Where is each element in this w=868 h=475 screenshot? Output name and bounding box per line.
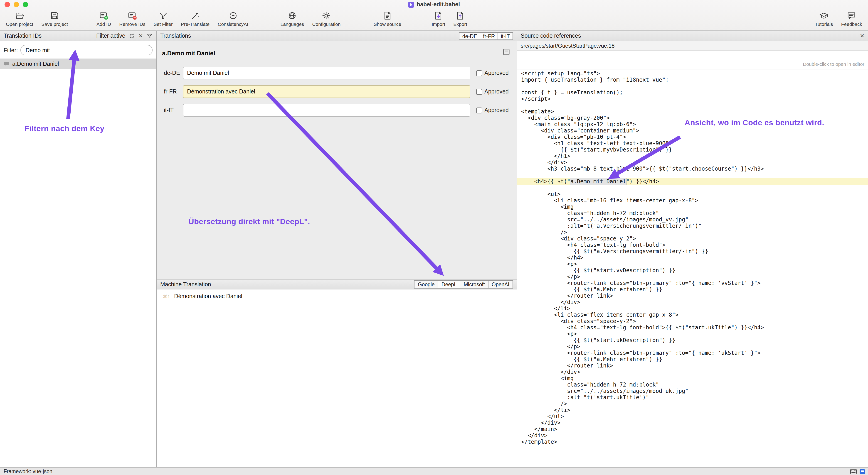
translation-id-label: a.Demo mit Daniel xyxy=(12,61,59,67)
pre-translate-button[interactable]: Pre-Translate xyxy=(177,10,213,27)
translation-ids-header: Translation IDs Filter active ✕ xyxy=(0,31,156,41)
languages-icon xyxy=(287,10,297,21)
toolbar: Open project Save project Add ID Remove … xyxy=(0,9,868,31)
tutorials-button[interactable]: Tutorials xyxy=(811,10,837,27)
code-line: </ul> xyxy=(517,413,868,420)
code-line: <div class="pb-10 pt-4"> xyxy=(517,134,868,140)
translations-title: Translations xyxy=(160,33,191,39)
code-line: </div> xyxy=(517,159,868,166)
code-line: <p> xyxy=(517,261,868,267)
translation-input-it[interactable] xyxy=(183,104,470,116)
machine-translation-tabs: Google DeepL Microsoft OpenAI xyxy=(415,280,513,289)
feedback-icon xyxy=(847,10,857,21)
tutorials-icon xyxy=(819,10,829,21)
code-line: <li class="mb-16 flex items-center gap-x… xyxy=(517,197,868,204)
code-line: </h1> xyxy=(517,153,868,159)
code-line: {{ $t("a.Versicherungsvermittler/-in") }… xyxy=(517,248,868,255)
lang-label-fr: fr-FR xyxy=(164,89,183,95)
source-reference-row[interactable]: src/pages/start/GuestStartPage.vue:18 xyxy=(517,41,868,51)
display-icon[interactable] xyxy=(859,469,865,474)
tab-de-DE[interactable]: de-DE xyxy=(459,32,480,40)
set-filter-icon xyxy=(158,10,168,21)
configuration-button[interactable]: Configuration xyxy=(308,10,344,27)
code-line: <div class="space-y-2"> xyxy=(517,235,868,242)
clear-filter-icon[interactable]: ✕ xyxy=(138,33,143,39)
machine-translation-title: Machine Translation xyxy=(160,281,211,287)
languages-button[interactable]: Languages xyxy=(277,10,308,27)
translation-row-de: de-DE Approved xyxy=(157,67,517,79)
tab-deepl[interactable]: DeepL xyxy=(438,280,461,289)
code-line: <p> xyxy=(517,331,868,337)
code-line: class="hidden h-72 md:block" xyxy=(517,381,868,388)
translation-input-de[interactable] xyxy=(183,67,470,79)
tab-openai[interactable]: OpenAI xyxy=(488,280,513,289)
titlebar: b babel-edit.babel xyxy=(0,0,868,9)
consistency-ai-button[interactable]: ConsistencyAI xyxy=(214,10,252,27)
machine-translation-suggestion[interactable]: ⌘1 Démonstration avec Daniel xyxy=(157,290,517,299)
tab-microsoft[interactable]: Microsoft xyxy=(460,280,489,289)
translation-row-it: it-IT Approved xyxy=(157,104,517,116)
filter-input[interactable] xyxy=(21,45,153,55)
deepl-annotation-note: Übersetzung direkt mit "DeepL". xyxy=(188,217,310,226)
export-icon xyxy=(456,10,465,21)
translation-ids-panel: Translation IDs Filter active ✕ Filter: … xyxy=(0,31,157,467)
set-filter-button[interactable]: Set Filter xyxy=(150,10,176,27)
code-line: src="../../assets/images/mood_vv.jpg" xyxy=(517,216,868,223)
code-line: /> xyxy=(517,229,868,235)
code-line: <div class="container-medium"> xyxy=(517,128,868,134)
entry-title: a.Demo mit Daniel xyxy=(162,50,517,57)
code-line: {{ $t("a.Mehr erfahren") }} xyxy=(517,356,868,363)
code-line: </div> xyxy=(517,299,868,305)
tab-it-IT[interactable]: it-IT xyxy=(498,32,513,40)
code-line: <h1 class="text-left text-blue-900"> xyxy=(517,140,868,146)
close-panel-icon[interactable]: ✕ xyxy=(860,33,864,39)
translation-ids-title: Translation IDs xyxy=(4,33,41,39)
source-code-title: Source code references xyxy=(521,33,581,39)
filter-label: Filter: xyxy=(4,47,18,53)
tab-fr-FR[interactable]: fr-FR xyxy=(480,32,498,40)
keyboard-icon[interactable] xyxy=(850,469,857,474)
approved-label-fr: Approved xyxy=(485,89,509,95)
import-button[interactable]: Import xyxy=(428,10,449,27)
filter-funnel-icon[interactable] xyxy=(147,33,153,39)
source-code-panel: Source code references ✕ src/pages/start… xyxy=(517,31,868,467)
approved-checkbox-fr[interactable] xyxy=(476,89,482,95)
code-line: {{ $t("start.myvbvDescription") }} xyxy=(517,146,868,153)
tab-google[interactable]: Google xyxy=(414,280,438,289)
remove-ids-button[interactable]: Remove IDs xyxy=(116,10,149,27)
code-line: </li> xyxy=(517,407,868,413)
code-line: </p> xyxy=(517,274,868,280)
code-line: <router-link class="btn-primary" :to="{ … xyxy=(517,280,868,286)
save-project-icon xyxy=(50,10,59,21)
translation-input-fr[interactable] xyxy=(183,85,470,98)
add-id-button[interactable]: Add ID xyxy=(93,10,115,27)
approved-label-it: Approved xyxy=(485,107,509,113)
code-line: <template> xyxy=(517,108,868,115)
code-line: {{ $t("a.Mehr erfahren") }} xyxy=(517,286,868,293)
code-line: </h4> xyxy=(517,255,868,261)
code-line: <li class="flex items-center gap-x-8"> xyxy=(517,312,868,318)
code-line: <script setup lang="ts"> xyxy=(517,70,868,77)
shortcut-badge: ⌘1 xyxy=(163,294,170,299)
code-line: {{ $t("start.ukDescription") }} xyxy=(517,337,868,343)
open-project-button[interactable]: Open project xyxy=(2,10,37,27)
approved-checkbox-it[interactable] xyxy=(476,107,482,113)
code-line: <h4 class="text-lg font-bold"> xyxy=(517,242,868,248)
code-line: </div> xyxy=(517,432,868,439)
highlighted-translation-key: a.Demo mit Daniel xyxy=(570,178,626,184)
approved-checkbox-de[interactable] xyxy=(476,70,482,76)
code-line: </div> xyxy=(517,369,868,375)
status-bar: Framework: vue-json xyxy=(0,467,868,475)
show-source-button[interactable]: Show source xyxy=(370,10,405,27)
translation-id-list-item[interactable]: a.Demo mit Daniel xyxy=(0,59,156,69)
machine-translation-header: Machine Translation Google DeepL Microso… xyxy=(157,280,517,290)
code-line: :alt="t('a.Versicherungsvermittler/-in')… xyxy=(517,223,868,229)
feedback-button[interactable]: Feedback xyxy=(838,10,866,27)
entry-comment-icon[interactable] xyxy=(502,48,510,58)
code-line: <h4>{{ $t("a.Demo mit Daniel") }}</h4> xyxy=(517,178,868,184)
configuration-icon xyxy=(322,10,331,21)
refresh-icon[interactable] xyxy=(129,33,135,39)
editor-hint-text: Double-click to open in editor xyxy=(803,61,864,67)
save-project-button[interactable]: Save project xyxy=(38,10,71,27)
export-button[interactable]: Export xyxy=(450,10,471,27)
